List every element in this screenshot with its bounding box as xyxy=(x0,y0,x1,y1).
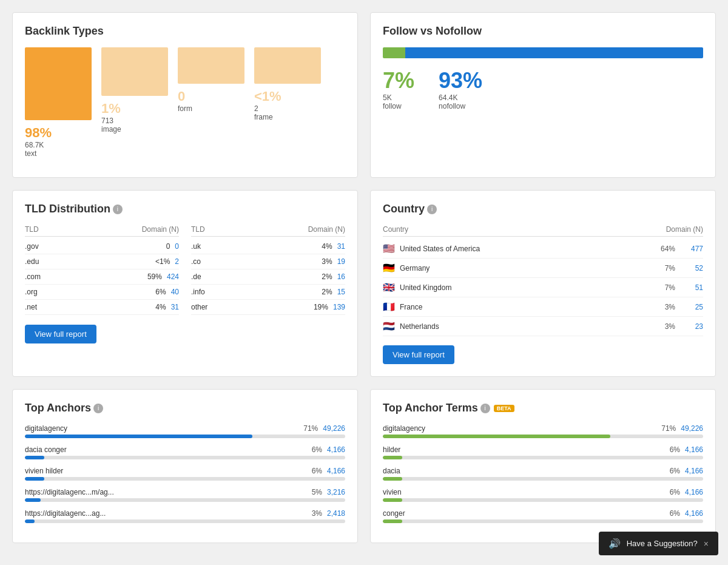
follow-name: follow xyxy=(383,102,414,110)
anchor-term-label: dacia xyxy=(383,467,400,475)
tld-count: 19 xyxy=(337,257,345,266)
country-pct: 7% xyxy=(665,283,675,292)
tld-name: .co xyxy=(191,257,201,266)
country-name: United States of America xyxy=(400,245,661,253)
backlink-bars: 98% 68.7K text 1% 713 image 0 form <1% 2… xyxy=(25,47,345,158)
backlink-bar-item: 0 form xyxy=(178,47,244,158)
top-anchor-terms-info-icon[interactable]: i xyxy=(480,404,490,413)
follow-vs-nofollow-title: Follow vs Nofollow xyxy=(383,25,703,38)
suggestion-close-button[interactable]: × xyxy=(704,539,709,549)
anchor-label-row: https://digitalagenc...ag... 3% 2,418 xyxy=(25,509,345,518)
nofollow-name: nofollow xyxy=(439,102,482,110)
anchor-term-pct: 6% xyxy=(670,467,680,475)
tld-name: .info xyxy=(191,288,205,296)
country-pct: 3% xyxy=(665,322,675,331)
follow-count: 5K xyxy=(383,93,414,102)
anchor-term-num: 4,166 xyxy=(685,467,703,475)
anchor-pct: 5% xyxy=(312,488,322,496)
tld-name: .com xyxy=(25,272,41,281)
tld-col2-h1: TLD xyxy=(191,225,205,234)
anchor-label: dacia conger xyxy=(25,445,67,454)
country-name: France xyxy=(400,303,665,311)
anchor-item: vivien hilder 6% 4,166 xyxy=(25,467,345,481)
tld-count: 424 xyxy=(167,272,179,281)
tld-row-right: 19% 139 xyxy=(314,303,345,311)
backlink-bar-item: 98% 68.7K text xyxy=(25,47,92,158)
backlink-bar-item: 1% 713 image xyxy=(101,47,168,158)
anchor-bar-bg xyxy=(25,498,345,502)
anchor-label-row: https://digitalagenc...m/ag... 5% 3,216 xyxy=(25,488,345,496)
tld-view-full-report-button[interactable]: View full report xyxy=(25,325,96,343)
country-card: Country i Country Domain (N) 🇺🇸 United S… xyxy=(370,190,716,377)
tld-col1-h1: TLD xyxy=(25,225,39,234)
top-anchors-title: Top Anchors xyxy=(25,402,91,414)
anchor-stats: 6% 4,166 xyxy=(312,445,345,454)
anchor-bar-bg xyxy=(25,435,345,438)
top-anchor-terms-title-row: Top Anchor Terms i BETA xyxy=(383,402,703,414)
country-name: Germany xyxy=(400,264,665,272)
bar-rect xyxy=(101,47,168,96)
bar-count: 713 xyxy=(101,117,113,125)
suggestion-text: Have a Suggestion? xyxy=(627,539,698,548)
top-anchor-terms-card: Top Anchor Terms i BETA digitalagency 71… xyxy=(370,389,716,543)
anchor-bar-bg xyxy=(25,477,345,481)
country-row: 🇫🇷 France 3% 25 xyxy=(383,297,703,317)
country-pct: 3% xyxy=(665,303,675,311)
backlink-types-title: Backlink Types xyxy=(25,25,345,38)
country-info-icon[interactable]: i xyxy=(427,205,437,214)
anchor-pct: 3% xyxy=(312,509,322,518)
tld-name: .org xyxy=(25,288,38,296)
tld-info-icon[interactable]: i xyxy=(113,205,123,214)
anchor-bar-bg xyxy=(25,456,345,459)
anchor-term-stats: 6% 4,166 xyxy=(670,488,703,496)
tld-row: .edu <1% 2 xyxy=(25,254,179,269)
country-view-full-report-button[interactable]: View full report xyxy=(383,345,454,364)
tld-pct: 4% xyxy=(322,242,332,251)
anchor-stats: 71% 49,226 xyxy=(303,424,345,433)
tld-row: .gov 0 0 xyxy=(25,239,179,254)
tld-count: 40 xyxy=(171,288,179,296)
tld-title-row: TLD Distribution i xyxy=(25,203,345,215)
anchor-num: 3,216 xyxy=(327,488,345,496)
anchor-pct: 6% xyxy=(312,445,322,454)
anchor-label: vivien hilder xyxy=(25,467,63,475)
anchor-stats: 6% 4,166 xyxy=(312,467,345,475)
anchor-term-bar-fill xyxy=(383,435,610,438)
tld-pct: 2% xyxy=(322,288,332,296)
tld-row-right: <1% 2 xyxy=(155,257,179,266)
anchor-term-bar-bg xyxy=(383,456,703,459)
bar-pct: 1% xyxy=(101,101,121,117)
backlink-types-card: Backlink Types 98% 68.7K text 1% 713 ima… xyxy=(12,12,358,178)
country-h2: Domain (N) xyxy=(666,225,703,234)
tld-name: .edu xyxy=(25,257,39,266)
anchor-term-label: vivien xyxy=(383,488,402,496)
tld-row-right: 4% 31 xyxy=(322,242,345,251)
follow-pct: 7% xyxy=(383,68,414,93)
tld-count: 0 xyxy=(175,242,179,251)
anchor-label-row: digitalagency 71% 49,226 xyxy=(25,424,345,433)
anchor-term-bar-bg xyxy=(383,435,703,438)
anchor-term-item: vivien 6% 4,166 xyxy=(383,488,703,502)
tld-name: .net xyxy=(25,303,37,311)
anchor-term-stats: 6% 4,166 xyxy=(670,467,703,475)
anchor-item: https://digitalagenc...ag... 3% 2,418 xyxy=(25,509,345,523)
top-anchors-items: digitalagency 71% 49,226 dacia conger 6%… xyxy=(25,424,345,523)
tld-col1-header: TLD Domain (N) xyxy=(25,225,179,237)
anchor-term-bar-fill xyxy=(383,456,402,459)
anchor-bar-fill xyxy=(25,477,44,481)
anchor-label-row: vivien hilder 6% 4,166 xyxy=(25,467,345,475)
follow-bar-green xyxy=(383,47,405,58)
follow-vs-nofollow-card: Follow vs Nofollow 7% 5K follow 93% 64.4… xyxy=(370,12,716,178)
bar-count: 68.7K xyxy=(25,141,44,149)
country-num: 52 xyxy=(685,264,703,272)
bar-pct: 98% xyxy=(25,125,52,141)
anchor-term-item: digitalagency 71% 49,226 xyxy=(383,424,703,438)
anchor-term-label-row: hilder 6% 4,166 xyxy=(383,445,703,454)
anchor-label: https://digitalagenc...m/ag... xyxy=(25,488,114,496)
country-num: 51 xyxy=(685,283,703,292)
bar-rect xyxy=(254,47,321,84)
tld-col2-header: TLD Domain (N) xyxy=(191,225,345,237)
top-anchors-info-icon[interactable]: i xyxy=(93,404,103,413)
tld-count: 16 xyxy=(337,272,345,281)
backlink-bar-item: <1% 2 frame xyxy=(254,47,321,158)
